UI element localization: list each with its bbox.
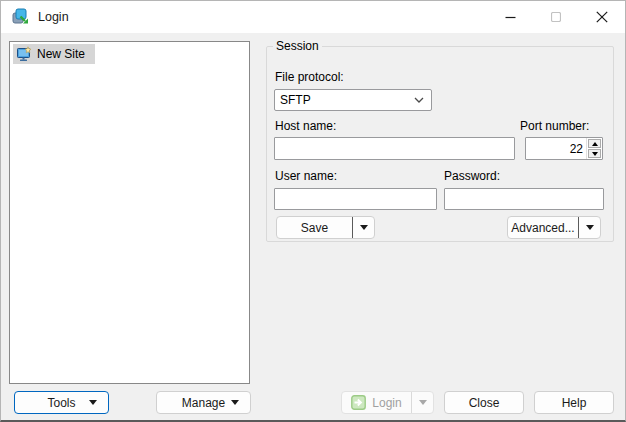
tree-item-new-site[interactable]: New Site [13,44,95,64]
login-arrow-icon [351,395,366,410]
advanced-button[interactable]: Advanced... [508,221,578,235]
advanced-dropdown-arrow[interactable] [578,217,600,238]
caret-down-icon [231,400,239,405]
port-number-label: Port number: [520,119,589,133]
tree-item-label: New Site [37,47,85,61]
arrow-down-icon [592,152,598,156]
session-group-title: Session [273,39,322,53]
save-button[interactable]: Save [277,221,352,235]
port-number-spinner [525,137,603,160]
host-name-input[interactable] [274,137,515,160]
manage-button[interactable]: Manage [156,391,251,414]
port-spin-buttons [586,138,602,159]
chevron-down-icon [414,97,424,103]
minimize-icon [505,12,516,23]
login-dropdown-arrow[interactable] [411,392,433,413]
help-button[interactable]: Help [534,391,614,414]
login-button[interactable]: Login [342,395,411,410]
caret-down-icon [586,225,594,230]
file-protocol-combobox[interactable]: SFTP [274,89,432,111]
winscp-logo-icon [12,8,30,26]
arrow-up-icon [592,142,598,146]
caret-down-icon [360,225,368,230]
site-tree[interactable]: New Site [9,41,250,384]
port-increment-button[interactable] [588,139,601,148]
advanced-split-button[interactable]: Advanced... [507,216,601,239]
user-name-label: User name: [275,169,337,183]
maximize-icon [551,12,561,22]
tools-button[interactable]: Tools [14,391,109,414]
caret-down-icon [89,400,97,405]
password-label: Password: [444,169,500,183]
file-protocol-value: SFTP [280,93,311,107]
close-icon [596,11,608,23]
port-decrement-button[interactable] [588,149,601,158]
host-name-label: Host name: [275,119,336,133]
close-window-button[interactable] [579,1,625,33]
session-group: Session File protocol: SFTP Host name: P… [266,39,614,242]
user-name-input[interactable] [274,188,437,210]
password-input[interactable] [444,188,604,210]
save-split-button[interactable]: Save [276,216,375,239]
new-site-icon [16,46,32,62]
minimize-button[interactable] [487,1,533,33]
caret-down-icon [419,400,427,405]
maximize-button[interactable] [533,1,579,33]
window-title: Login [38,10,69,24]
close-button[interactable]: Close [444,391,524,414]
file-protocol-label: File protocol: [275,70,344,84]
login-split-button[interactable]: Login [341,391,434,414]
titlebar: Login [1,1,625,33]
login-dialog: Login New S [0,0,626,422]
save-dropdown-arrow[interactable] [352,217,374,238]
port-number-input[interactable] [526,138,586,159]
